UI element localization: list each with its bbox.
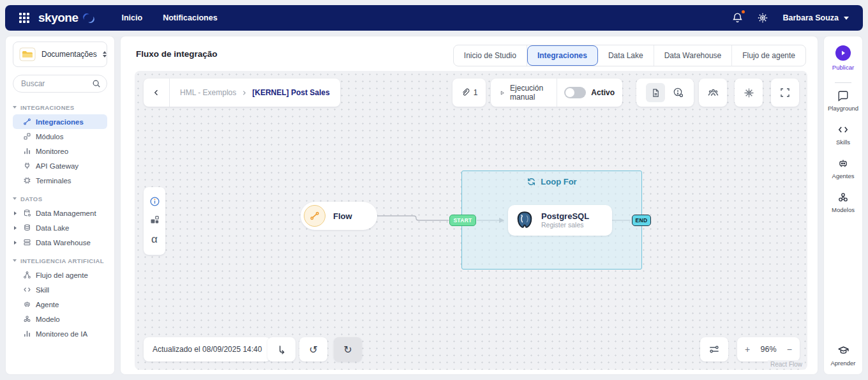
sidebar-item-agente[interactable]: Agente <box>13 297 107 312</box>
zoom-control: + 96% − <box>737 337 800 361</box>
playground-button[interactable]: Playground <box>824 90 862 112</box>
breadcrumb-current: [KERNEL] Post Sales <box>252 88 329 97</box>
brand-logo[interactable]: skyone <box>38 11 96 25</box>
tab-integraciones[interactable]: Integraciones <box>527 45 598 66</box>
log-file-button[interactable] <box>646 83 665 102</box>
components-button[interactable] <box>149 215 160 225</box>
logo-swirl-icon <box>82 13 96 23</box>
plug-icon <box>22 162 31 170</box>
sidebar-item-monitoreo[interactable]: Monitoreo <box>13 144 107 158</box>
zoom-out-button[interactable]: − <box>787 345 792 354</box>
canvas-settings-button[interactable] <box>735 79 763 107</box>
bar-chart-icon <box>22 147 31 155</box>
skills-button[interactable]: Skills <box>824 124 862 146</box>
breadcrumb-parent[interactable]: HML - Exemplos <box>180 88 236 97</box>
server-stack-icon <box>22 238 31 247</box>
user-name: Barbara Souza <box>782 13 839 22</box>
manual-run-button[interactable]: Ejecución manual <box>491 79 557 107</box>
redo-button[interactable]: ↻ <box>334 337 362 361</box>
tab-data-lake[interactable]: Data Lake <box>598 45 654 66</box>
section-inteligencia-artificial[interactable]: INTELIGENCIA ARTIFICIAL <box>13 254 107 268</box>
alert-settings-button[interactable] <box>673 87 684 98</box>
sidebar-item-flujo-del-agente[interactable]: Flujo del agente <box>13 268 107 282</box>
sidebar-nav: INTEGRACIONES Integraciones Módulos <box>13 100 107 341</box>
sidebar-item-monitoreo-de-ia[interactable]: Monitoreo de IA <box>13 326 107 341</box>
sidebar-item-api-gateway[interactable]: API Gateway <box>13 158 107 173</box>
active-toggle[interactable] <box>564 87 586 98</box>
flow-node-label: Flow <box>333 211 352 221</box>
team-button[interactable] <box>699 79 727 107</box>
database-gear-icon <box>22 209 31 217</box>
speech-bubble-icon <box>837 90 849 102</box>
sidebar-item-data-management[interactable]: Data Management <box>13 206 107 220</box>
chevron-down-icon <box>13 259 17 262</box>
flow-canvas[interactable]: HML - Exemplos [KERNEL] Post Sales 1 <box>135 71 807 370</box>
back-button[interactable] <box>144 79 169 107</box>
fullscreen-button[interactable] <box>771 79 799 107</box>
loop-for-title: Loop For <box>541 177 576 186</box>
blocks-icon <box>149 215 160 225</box>
notification-dot <box>742 10 745 13</box>
breadcrumb: HML - Exemplos [KERNEL] Post Sales <box>144 79 340 107</box>
fullscreen-icon <box>780 87 790 98</box>
zoom-in-button[interactable]: + <box>745 345 750 354</box>
postgresql-node[interactable]: PostgreSQL Register sales <box>508 205 612 236</box>
sidebar-item-terminales[interactable]: Terminales <box>13 173 107 188</box>
workspace-selector[interactable]: Documentações <box>13 42 107 67</box>
postgresql-node-text: PostgreSQL Register sales <box>541 211 589 229</box>
section-datos[interactable]: DATOS <box>13 192 107 206</box>
last-updated-card: Actualizado el 08/09/2025 14:40 <box>144 337 271 361</box>
sidebar-item-integraciones[interactable]: Integraciones <box>13 114 107 129</box>
chevron-right-icon <box>14 211 17 215</box>
code-icon <box>22 285 31 294</box>
zoom-level: 96% <box>760 345 776 354</box>
flow-node[interactable]: Flow <box>301 202 377 230</box>
end-badge[interactable]: END <box>632 215 651 226</box>
team-icon <box>708 87 719 98</box>
model-nodes-icon <box>22 315 31 323</box>
tab-inicio-de-studio[interactable]: Inicio de Studio <box>454 45 527 66</box>
info-button[interactable] <box>149 196 160 207</box>
loop-refresh-icon <box>527 177 536 186</box>
postgresql-title: PostgreSQL <box>541 211 589 221</box>
user-menu[interactable]: Barbara Souza <box>782 13 849 22</box>
sidebar-item-data-warehouse[interactable]: Data Warehouse <box>13 235 107 250</box>
section-integraciones[interactable]: INTEGRACIONES <box>13 100 107 114</box>
right-sidebar: Publicar Playground Skills Agentes <box>823 36 863 375</box>
bell-icon[interactable] <box>732 12 743 24</box>
play-icon <box>500 89 505 97</box>
attachments-button[interactable]: 1 <box>453 79 486 107</box>
fit-view-icon <box>709 344 719 354</box>
sidebar-item-modelo[interactable]: Modelo <box>13 312 107 326</box>
nav-link-notificaciones[interactable]: Notificaciones <box>163 13 217 22</box>
tab-flujo-de-agente[interactable]: Flujo de agente <box>732 45 805 66</box>
agentes-button[interactable]: Agentes <box>824 158 862 179</box>
app-root: skyone Inicio Notificaciones <box>0 0 868 380</box>
modelos-button[interactable]: Modelos <box>824 192 862 213</box>
chevron-down-icon <box>13 106 17 109</box>
bar-chart-icon <box>22 330 31 338</box>
sidebar-item-skill[interactable]: Skill <box>13 282 107 297</box>
postgresql-logo-icon <box>514 210 535 231</box>
flow-node-icon <box>304 205 326 227</box>
aprender-button[interactable]: Aprender <box>824 344 862 367</box>
alpha-button[interactable]: α <box>151 233 158 246</box>
undo-button[interactable]: ↺ <box>299 337 327 361</box>
sidebar-item-modulos[interactable]: Módulos <box>13 129 107 144</box>
nav-link-inicio[interactable]: Inicio <box>121 13 142 22</box>
react-flow-attribution: React Flow <box>768 360 805 369</box>
connection-mode-button[interactable] <box>267 337 296 361</box>
chevron-right-icon <box>14 241 17 245</box>
brand-text: skyone <box>38 11 78 25</box>
apps-grid-icon[interactable] <box>19 13 29 23</box>
modules-icon <box>22 132 31 141</box>
log-alert-group <box>636 79 694 107</box>
tab-data-warehouse[interactable]: Data Warehouse <box>654 45 733 66</box>
fit-view-button[interactable] <box>700 337 728 361</box>
publish-button[interactable]: Publicar <box>824 45 862 71</box>
sidebar-item-data-lake[interactable]: Data Lake <box>13 220 107 235</box>
integration-flow-icon <box>22 118 31 126</box>
settings-gear-icon[interactable] <box>757 12 768 24</box>
sidebar-search <box>13 75 107 93</box>
start-badge[interactable]: START <box>449 215 476 226</box>
